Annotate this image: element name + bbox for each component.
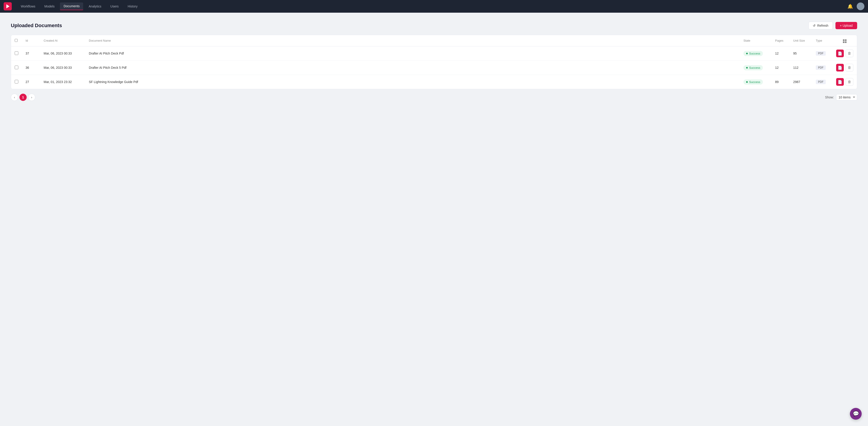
row-checkbox-cell xyxy=(11,61,22,75)
page-header: Uploaded Documents ↺ Refresh + Upload xyxy=(11,22,857,29)
cell-id-0: 37 xyxy=(22,47,40,61)
table-row: 36 Mar, 06, 2023 00:33 Drafter AI Pitch … xyxy=(11,61,857,75)
refresh-label: Refresh xyxy=(817,24,829,27)
nav-models[interactable]: Models xyxy=(41,3,58,10)
items-per-page-select[interactable]: 10 items 25 items 50 items xyxy=(836,94,857,101)
state-badge-1: Success xyxy=(743,65,763,70)
table-row: 37 Mar, 06, 2023 00:33 Drafter AI Pitch … xyxy=(11,47,857,61)
nav-users[interactable]: Users xyxy=(107,3,122,10)
user-avatar[interactable] xyxy=(857,2,864,10)
th-created-at: Created At xyxy=(40,35,85,47)
state-dot-1 xyxy=(746,67,748,68)
state-badge-2: Success xyxy=(743,79,763,85)
row-checkbox-1[interactable] xyxy=(15,66,18,69)
cell-actions-1: 📄 🗑 xyxy=(833,61,857,75)
nav-workflows[interactable]: Workflows xyxy=(17,3,39,10)
state-badge-0: Success xyxy=(743,51,763,56)
cell-type-2: PDF xyxy=(812,75,833,89)
table-header-row: Id Created At Document Name State Pages … xyxy=(11,35,857,47)
table-row: 27 Mar, 01, 2023 23:32 SF Lightning Know… xyxy=(11,75,857,89)
documents-table: Id Created At Document Name State Pages … xyxy=(11,35,857,89)
cell-size-0: 95 xyxy=(789,47,812,61)
th-pages: Pages xyxy=(772,35,789,47)
chat-widget[interactable]: 💬 xyxy=(850,408,862,420)
cell-actions-0: 📄 🗑 xyxy=(833,47,857,61)
next-page-button[interactable]: › xyxy=(28,94,35,101)
action-btns-2: 📄 🗑 xyxy=(836,78,853,86)
nav-documents[interactable]: Documents xyxy=(60,2,83,10)
upload-button[interactable]: + Upload xyxy=(835,22,857,29)
cell-created-0: Mar, 06, 2023 00:33 xyxy=(40,47,85,61)
navbar-right: 🔔 xyxy=(847,2,864,10)
page-title: Uploaded Documents xyxy=(11,23,62,29)
page-number-1[interactable]: 1 xyxy=(20,94,27,101)
main-content: Uploaded Documents ↺ Refresh + Upload Id xyxy=(0,13,868,110)
pagination-right: Show: 10 items 25 items 50 items xyxy=(825,94,857,101)
cell-pages-1: 12 xyxy=(772,61,789,75)
action-btns-1: 📄 🗑 xyxy=(836,64,853,72)
prev-page-button[interactable]: ‹ xyxy=(11,94,18,101)
cell-state-2: Success xyxy=(740,75,772,89)
documents-table-card: Id Created At Document Name State Pages … xyxy=(11,35,857,89)
th-state: State xyxy=(740,35,772,47)
select-all-checkbox[interactable] xyxy=(15,39,18,42)
type-badge-0: PDF xyxy=(816,51,826,56)
row-checkbox-cell xyxy=(11,47,22,61)
notifications-icon[interactable]: 🔔 xyxy=(847,4,853,9)
cell-created-2: Mar, 01, 2023 23:32 xyxy=(40,75,85,89)
table-wrapper: Id Created At Document Name State Pages … xyxy=(11,35,857,89)
show-label: Show: xyxy=(825,95,834,99)
view-button-1[interactable]: 📄 xyxy=(836,64,844,72)
type-badge-2: PDF xyxy=(816,80,826,84)
columns-icon[interactable] xyxy=(843,39,846,43)
cell-name-1: Drafter AI Pitch Deck 5 Pdf xyxy=(85,61,740,75)
cell-size-1: 112 xyxy=(789,61,812,75)
action-btns-0: 📄 🗑 xyxy=(836,50,853,57)
pagination-left: ‹ 1 › xyxy=(11,94,35,101)
cell-actions-2: 📄 🗑 xyxy=(833,75,857,89)
header-actions: ↺ Refresh + Upload xyxy=(809,22,857,29)
nav-history[interactable]: History xyxy=(124,3,141,10)
delete-button-2[interactable]: 🗑 xyxy=(846,78,853,86)
pagination-bar: ‹ 1 › Show: 10 items 25 items 50 items xyxy=(11,94,857,101)
cell-created-1: Mar, 06, 2023 00:33 xyxy=(40,61,85,75)
cell-id-1: 36 xyxy=(22,61,40,75)
view-button-0[interactable]: 📄 xyxy=(836,50,844,57)
cell-id-2: 27 xyxy=(22,75,40,89)
type-badge-1: PDF xyxy=(816,65,826,70)
th-actions xyxy=(833,35,857,47)
th-unit-size: Unit Size xyxy=(789,35,812,47)
logo-icon xyxy=(6,4,9,8)
row-checkbox-2[interactable] xyxy=(15,80,18,84)
upload-label: + Upload xyxy=(840,24,852,27)
cell-state-0: Success xyxy=(740,47,772,61)
delete-button-1[interactable]: 🗑 xyxy=(846,64,853,72)
th-select-all xyxy=(11,35,22,47)
cell-name-2: SF Lightning Knowledge Guide Pdf xyxy=(85,75,740,89)
cell-pages-0: 12 xyxy=(772,47,789,61)
row-checkbox-0[interactable] xyxy=(15,51,18,55)
refresh-button[interactable]: ↺ Refresh xyxy=(809,22,833,29)
cell-type-1: PDF xyxy=(812,61,833,75)
th-type: Type xyxy=(812,35,833,47)
chat-icon: 💬 xyxy=(853,411,859,417)
navbar: Workflows Models Documents Analytics Use… xyxy=(0,0,868,13)
view-button-2[interactable]: 📄 xyxy=(836,78,844,86)
cell-state-1: Success xyxy=(740,61,772,75)
state-dot-2 xyxy=(746,81,748,83)
refresh-icon: ↺ xyxy=(813,24,815,27)
state-dot-0 xyxy=(746,53,748,54)
cell-name-0: Drafter AI Pitch Deck Pdf xyxy=(85,47,740,61)
cell-size-2: 2987 xyxy=(789,75,812,89)
cell-pages-2: 89 xyxy=(772,75,789,89)
app-logo[interactable] xyxy=(4,2,12,10)
row-checkbox-cell xyxy=(11,75,22,89)
th-document-name: Document Name xyxy=(85,35,740,47)
delete-button-0[interactable]: 🗑 xyxy=(846,50,853,57)
nav-analytics[interactable]: Analytics xyxy=(85,3,105,10)
th-id: Id xyxy=(22,35,40,47)
cell-type-0: PDF xyxy=(812,47,833,61)
